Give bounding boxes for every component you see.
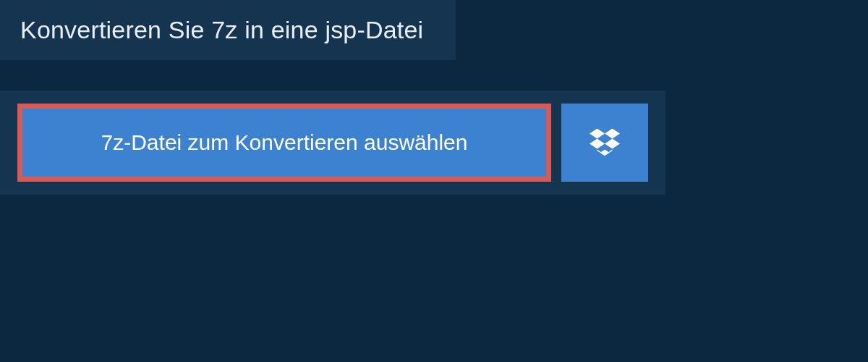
dropbox-button[interactable] xyxy=(561,104,648,182)
upload-panel: 7z-Datei zum Konvertieren auswählen xyxy=(0,90,665,195)
select-file-label: 7z-Datei zum Konvertieren auswählen xyxy=(101,130,468,155)
select-file-button[interactable]: 7z-Datei zum Konvertieren auswählen xyxy=(17,104,551,182)
page-header: Konvertieren Sie 7z in eine jsp-Datei xyxy=(0,0,456,60)
page-title: Konvertieren Sie 7z in eine jsp-Datei xyxy=(20,16,435,44)
dropbox-icon xyxy=(590,126,620,159)
